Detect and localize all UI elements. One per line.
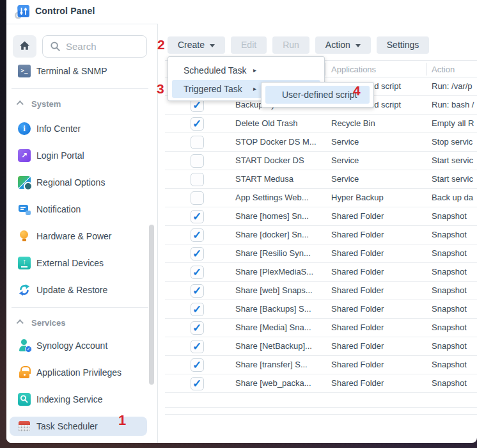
task-application: Shared Folder [331, 230, 384, 239]
task-name: Share [Media] Sna... [235, 323, 311, 332]
task-application: Hyper Backup [331, 193, 384, 202]
sidebar-item-indexing-service[interactable]: Indexing Service [10, 390, 147, 409]
create-button[interactable]: Create [168, 36, 225, 54]
task-application: Service [331, 156, 359, 165]
task-application: Shared Folder [331, 285, 384, 295]
table-row[interactable]: STOP Docker DS M...ServiceStop servic [165, 133, 477, 152]
home-icon [19, 40, 31, 54]
column-header-action[interactable]: Action [432, 65, 455, 74]
sidebar-item-external-devices[interactable]: ↑External Devices [10, 253, 147, 273]
caret-down-icon [356, 44, 361, 50]
task-checkbox[interactable] [191, 284, 204, 298]
sidebar-item-login-portal[interactable]: ↗Login Portal [10, 146, 147, 165]
table-row[interactable]: Share [PlexMediaS...Shared FolderSnapsho… [165, 263, 477, 282]
sidebar-item-label: Indexing Service [36, 394, 103, 404]
menu-item-label: User-defined script [282, 90, 357, 100]
task-checkbox[interactable] [191, 210, 204, 223]
table-row[interactable]: Share [web_packa...Shared FolderSnapshot [165, 374, 477, 393]
task-application: Service [331, 174, 359, 184]
table-row[interactable]: START MedusaServiceStart servic [165, 170, 477, 189]
sidebar-item-info-center[interactable]: iInfo Center [10, 119, 147, 138]
sidebar-section-services[interactable]: Services [6, 313, 157, 332]
menu-item-scheduled-task[interactable]: Scheduled Task▸ [172, 61, 320, 79]
sidebar-item-task-scheduler[interactable]: Task Scheduler [10, 417, 147, 436]
task-application: Shared Folder [331, 267, 384, 276]
task-checkbox[interactable] [191, 117, 204, 131]
sidebar-item-terminal-snmp[interactable]: >_Terminal & SNMP [10, 61, 147, 81]
column-divider [325, 63, 325, 76]
menu-item-label: Triggered Task [184, 84, 242, 94]
task-name: START Docker DS [235, 156, 304, 165]
task-checkbox[interactable] [191, 228, 204, 242]
task-checkbox[interactable] [191, 266, 204, 279]
button-label: Edit [241, 36, 256, 54]
sidebar-item-label: Task Scheduler [36, 421, 98, 431]
sidebar-item-update-restore[interactable]: Update & Restore [10, 280, 147, 300]
column-header-applications[interactable]: Applications [331, 65, 376, 74]
sidebar-item-label: Notification [36, 204, 81, 214]
table-row[interactable]: Share [NetBackup]...Shared FolderSnapsho… [165, 337, 477, 356]
sidebar-divider [12, 88, 148, 89]
external-devices-icon: ↑ [18, 257, 31, 269]
task-checkbox[interactable] [191, 377, 204, 390]
sidebar-scrollbar[interactable] [149, 225, 154, 385]
task-checkbox[interactable] [191, 173, 204, 186]
chevron-up-icon [17, 319, 24, 326]
task-application: Shared Folder [331, 211, 384, 221]
table-row[interactable]: START Docker DSServiceStart servic [165, 152, 477, 170]
task-name: Share [web_packa... [235, 378, 311, 388]
sidebar-item-synology-account[interactable]: ✓Synology Account [10, 336, 147, 355]
task-checkbox[interactable] [191, 303, 204, 316]
task-name: Share [PlexMediaS... [235, 267, 313, 276]
task-checkbox[interactable] [191, 247, 204, 260]
search-input[interactable] [66, 41, 136, 52]
task-checkbox[interactable] [191, 321, 204, 335]
task-action: Snapshot [432, 248, 467, 258]
sidebar-section-system[interactable]: System [6, 94, 157, 113]
sidebar-item-hardware-power[interactable]: Hardware & Power [10, 227, 147, 246]
sidebar-item-label: Synology Account [36, 340, 107, 351]
sidebar-item-notification[interactable]: Notification [10, 200, 147, 219]
button-label: Run [283, 36, 299, 54]
task-checkbox[interactable] [191, 136, 204, 149]
table-row[interactable]: Delete Old TrashRecycle BinEmpty all R [165, 115, 477, 133]
task-application: Shared Folder [331, 248, 384, 258]
menu-item-label: Scheduled Task [184, 65, 247, 76]
control-panel-window: Control Panel >_Term [6, 0, 477, 443]
task-action: Snapshot [432, 360, 467, 369]
table-row[interactable]: App Settings Web...Hyper BackupBack up d… [165, 189, 477, 207]
task-application: Shared Folder [331, 304, 384, 314]
action-button[interactable]: Action [315, 36, 371, 54]
table-row[interactable]: Share [Backups] S...Shared FolderSnapsho… [165, 300, 477, 319]
synology-account-icon: ✓ [18, 339, 31, 352]
window-title: Control Panel [35, 6, 95, 16]
column-divider [426, 63, 426, 76]
notification-icon [18, 203, 31, 216]
table-row[interactable]: Share [transfer] S...Shared FolderSnapsh… [165, 356, 477, 374]
task-action: Snapshot [432, 211, 467, 221]
home-button[interactable] [13, 35, 36, 58]
table-row[interactable]: Share [web] Snaps...Shared FolderSnapsho… [165, 282, 477, 300]
sidebar-item-application-privileges[interactable]: Application Privileges [10, 363, 147, 382]
task-name: Share [Backups] S... [235, 304, 311, 314]
table-row[interactable]: Share [Media] Sna...Shared FolderSnapsho… [165, 319, 477, 337]
task-application: Shared Folder [331, 360, 384, 369]
task-checkbox[interactable] [191, 358, 204, 372]
hardware-power-icon [18, 230, 31, 243]
table-row[interactable]: Share [Resilio Syn...Shared FolderSnapsh… [165, 244, 477, 263]
sidebar-item-regional-options[interactable]: Regional Options [10, 173, 147, 192]
sidebar-item-label: Update & Restore [36, 285, 107, 295]
task-checkbox[interactable] [191, 154, 204, 168]
table-row[interactable]: Share [homes] Sn...Shared FolderSnapshot [165, 207, 477, 226]
task-application: Shared Folder [331, 378, 384, 388]
task-checkbox[interactable] [191, 191, 204, 205]
table-row[interactable]: Share [docker] Sn...Shared FolderSnapsho… [165, 226, 477, 244]
task-name: STOP Docker DS M... [235, 137, 317, 147]
login-portal-icon: ↗ [18, 149, 31, 162]
search-box[interactable] [42, 35, 147, 58]
submenu-arrow-icon: ▸ [253, 80, 256, 98]
task-action: Snapshot [432, 323, 467, 332]
task-checkbox[interactable] [191, 340, 204, 353]
settings-button[interactable]: Settings [377, 36, 430, 54]
task-action: Start servic [432, 156, 473, 165]
